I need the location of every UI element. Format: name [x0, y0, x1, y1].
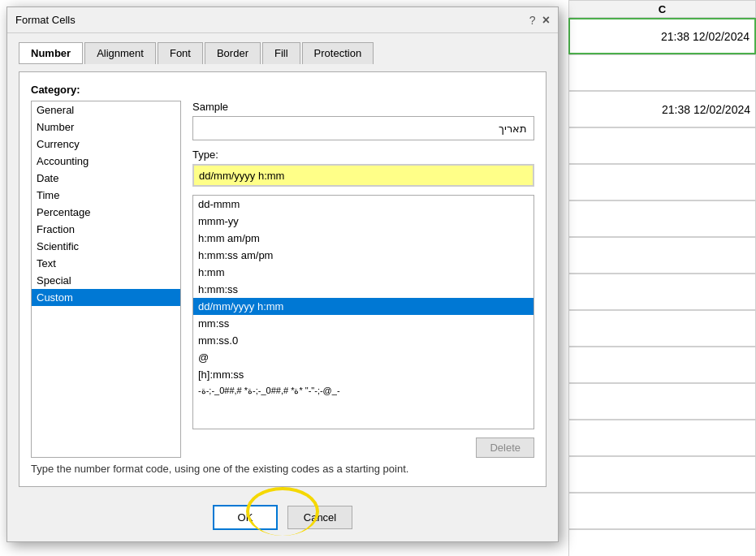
- sample-label: Sample: [192, 101, 534, 113]
- cell-empty-10[interactable]: [568, 420, 756, 456]
- category-list: General Number Currency Accounting Date …: [31, 101, 181, 458]
- tab-fill[interactable]: Fill: [262, 42, 300, 64]
- format-body: General Number Currency Accounting Date …: [31, 101, 534, 458]
- right-panel: Sample תאריך Type: dd-mmm: [192, 101, 534, 458]
- format-h-mm[interactable]: h:mm: [193, 264, 534, 281]
- close-button[interactable]: ×: [542, 13, 550, 28]
- format-dd-mmm[interactable]: dd-mmm: [193, 196, 534, 213]
- format-at[interactable]: @: [193, 349, 534, 366]
- category-custom[interactable]: Custom: [32, 289, 180, 306]
- tab-border-label: Border: [217, 47, 248, 59]
- type-label: Type:: [192, 149, 534, 161]
- type-input[interactable]: [192, 164, 534, 187]
- category-general[interactable]: General: [32, 101, 180, 119]
- format-mm-ss-0[interactable]: mm:ss.0: [193, 332, 534, 349]
- cell-empty-7[interactable]: [568, 310, 756, 347]
- tab-fill-label: Fill: [274, 47, 288, 59]
- cell-date-2-value: 12/02/2024 21:38: [662, 103, 750, 116]
- category-accounting[interactable]: Accounting: [32, 153, 180, 170]
- tab-protection-label: Protection: [314, 47, 362, 59]
- delete-button[interactable]: Delete: [476, 437, 534, 458]
- category-label: Category:: [31, 84, 534, 96]
- tab-alignment-label: Alignment: [97, 47, 144, 59]
- cell-empty-9[interactable]: [568, 383, 756, 420]
- tab-protection[interactable]: Protection: [302, 42, 374, 64]
- cell-empty-12[interactable]: [568, 493, 756, 529]
- format-cells-dialog: Format Cells ? × Number Alignment Font B…: [6, 6, 559, 542]
- category-currency[interactable]: Currency: [32, 136, 180, 153]
- category-time[interactable]: Time: [32, 187, 180, 204]
- cell-date-1-value: 12/02/2024 21:38: [661, 30, 750, 43]
- format-mmm-yy[interactable]: mmm-yy: [193, 213, 534, 230]
- tab-border[interactable]: Border: [205, 42, 261, 64]
- delete-row: Delete: [192, 437, 534, 458]
- column-c-header: C: [568, 0, 756, 18]
- cell-date-2[interactable]: 12/02/2024 21:38: [568, 91, 756, 127]
- help-text: Type the number format code, using one o…: [31, 463, 534, 475]
- cell-empty-6[interactable]: [568, 274, 756, 310]
- tab-alignment[interactable]: Alignment: [84, 42, 156, 64]
- cancel-button[interactable]: Cancel: [287, 506, 352, 529]
- format-list-container: dd-mmm mmm-yy h:mm am/pm h:mm:ss am/pm h…: [192, 195, 534, 429]
- sample-section: Sample תאריך: [192, 101, 534, 140]
- cell-empty-4[interactable]: [568, 200, 756, 237]
- column-c-label: C: [659, 3, 666, 15]
- category-fraction[interactable]: Fraction: [32, 221, 180, 238]
- format-h-mm-ss-brackets[interactable]: [h]:mm:ss: [193, 366, 534, 383]
- dialog-titlebar: Format Cells ? ×: [7, 7, 558, 33]
- category-date[interactable]: Date: [32, 170, 180, 187]
- format-mm-ss[interactable]: mm:ss: [193, 315, 534, 332]
- category-special[interactable]: Special: [32, 272, 180, 289]
- dialog-footer: OK Cancel: [7, 495, 558, 541]
- format-h-mm-ampm[interactable]: h:mm am/pm: [193, 230, 534, 247]
- tab-font[interactable]: Font: [158, 42, 203, 64]
- cell-empty-1[interactable]: [568, 54, 756, 91]
- format-h-mm-ss-ampm[interactable]: h:mm:ss am/pm: [193, 247, 534, 264]
- format-list: dd-mmm mmm-yy h:mm am/pm h:mm:ss am/pm h…: [192, 195, 534, 429]
- tab-number[interactable]: Number: [19, 42, 83, 64]
- format-dd-mm-yyyy-h-mm[interactable]: dd/mm/yyyy h:mm: [193, 298, 534, 315]
- dialog-title: Format Cells: [15, 14, 76, 26]
- tab-number-label: Number: [31, 47, 71, 59]
- tabs-bar: Number Alignment Font Border Fill Protec…: [19, 41, 546, 63]
- category-percentage[interactable]: Percentage: [32, 204, 180, 221]
- category-list-container: General Number Currency Accounting Date …: [31, 101, 181, 458]
- format-accounting[interactable]: -ة* #,##0_-;-ة* #,##0_-;-ة* "-"-;-@_-: [193, 383, 534, 399]
- cell-empty-2[interactable]: [568, 127, 756, 164]
- cell-date-1[interactable]: 12/02/2024 21:38: [568, 18, 756, 54]
- titlebar-controls: ? ×: [529, 13, 550, 28]
- category-text[interactable]: Text: [32, 255, 180, 272]
- format-h-mm-ss[interactable]: h:mm:ss: [193, 281, 534, 298]
- cell-empty-3[interactable]: [568, 164, 756, 200]
- sample-value: תאריך: [499, 123, 527, 135]
- category-scientific[interactable]: Scientific: [32, 238, 180, 255]
- type-section: Type:: [192, 149, 534, 187]
- help-button[interactable]: ?: [529, 14, 536, 27]
- ok-button[interactable]: OK: [213, 505, 278, 530]
- category-number[interactable]: Number: [32, 119, 180, 136]
- cell-empty-11[interactable]: [568, 456, 756, 493]
- sample-box: תאריך: [192, 116, 534, 140]
- cell-empty-13[interactable]: [568, 529, 756, 556]
- cell-empty-5[interactable]: [568, 237, 756, 274]
- cell-empty-8[interactable]: [568, 347, 756, 383]
- dialog-content: Number Alignment Font Border Fill Protec…: [7, 33, 558, 495]
- tab-panel-number: Category: General Number Currency Accoun…: [19, 71, 546, 487]
- tab-font-label: Font: [170, 47, 191, 59]
